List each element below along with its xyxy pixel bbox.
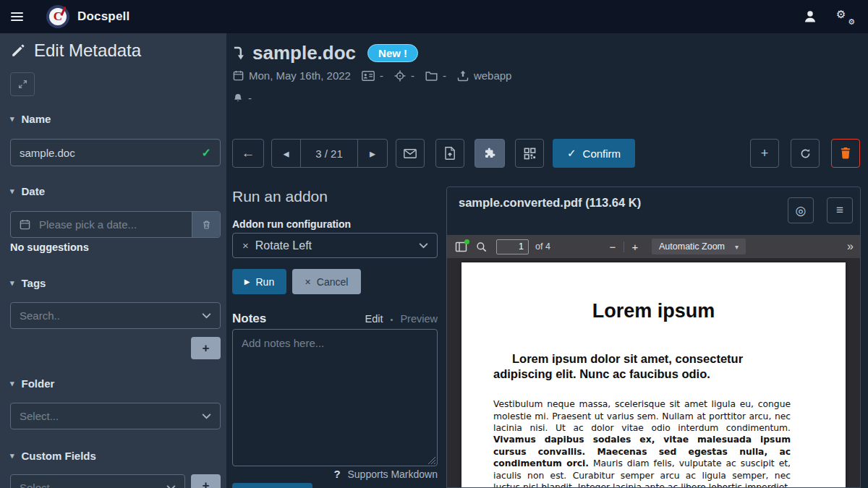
chevron-down-icon (166, 485, 176, 488)
plus-icon: + (761, 146, 769, 161)
qr-code-button[interactable] (515, 139, 544, 168)
calendar-icon (11, 219, 30, 230)
item-title: sample.doc (252, 42, 356, 64)
add-tag-button[interactable]: + (191, 337, 221, 359)
date-suggestions-hint: No suggestions (10, 241, 89, 253)
item-source: webapp (457, 69, 512, 82)
section-date-header[interactable]: ▾ Date (10, 185, 45, 197)
menu-hamburger-icon[interactable] (0, 0, 33, 33)
tags-dropdown[interactable]: Search.. (10, 302, 221, 329)
top-navbar: C Docspell ⚙⚙ (0, 0, 868, 33)
pdfjs-toolbar: of 4 − + Automatic Zoom ▾ » (447, 235, 860, 258)
crosshair-icon (394, 70, 406, 82)
user-icon[interactable] (803, 9, 817, 24)
delete-button[interactable] (831, 139, 860, 168)
trash-icon (841, 147, 851, 159)
valid-check-icon: ✓ (202, 146, 220, 160)
chevron-down-icon (202, 414, 211, 419)
edit-metadata-sidebar: Edit Metadata ▾ Name ✓ ▾ Date No suggest… (0, 33, 226, 488)
custom-field-dropdown[interactable]: Select... (10, 474, 185, 488)
prev-item-button[interactable]: ◂ (272, 140, 300, 167)
section-tags-header[interactable]: ▾ Tags (10, 277, 46, 289)
reload-button[interactable] (791, 139, 820, 168)
pdf-page: Lorem ipsum Lorem ipsum dolor sit amet, … (461, 262, 846, 488)
zoom-in-button[interactable]: + (626, 241, 644, 253)
item-correspondent: - (362, 69, 383, 82)
notification-dot (464, 239, 469, 244)
markdown-help-icon[interactable]: ? (333, 468, 340, 480)
app-title: Docspell (77, 9, 129, 24)
addon-config-dropdown[interactable]: × Rotate Left (232, 233, 438, 258)
zoom-out-button[interactable]: − (603, 241, 622, 253)
run-addon-button[interactable]: ▶ Run (232, 269, 286, 294)
item-concerning: - (394, 69, 414, 82)
section-custom-fields-header[interactable]: ▾ Custom Fields (10, 450, 96, 462)
upload-icon (457, 70, 469, 82)
addon-config-label: Addon run configuration (232, 218, 351, 230)
notes-preview-tab[interactable]: Preview (400, 313, 438, 325)
item-date: Mon, May 16th, 2022 (233, 69, 351, 82)
date-field (10, 211, 221, 238)
dot-separator: • (391, 315, 393, 324)
chevron-down-icon: ▾ (735, 243, 739, 251)
processing-gears-icon[interactable]: ⚙⚙ (836, 8, 855, 25)
add-item-button[interactable]: + (750, 139, 779, 168)
zoom-select[interactable]: Automatic Zoom ▾ (652, 239, 746, 254)
chevron-down-icon (419, 243, 428, 249)
magnifier-icon (476, 241, 487, 252)
notes-heading: Notes (232, 312, 266, 326)
sidebar-toggle-button[interactable] (455, 241, 467, 252)
expand-sidebar-button[interactable] (10, 72, 35, 96)
page-count-label: of 4 (535, 241, 550, 252)
calendar-icon (233, 70, 244, 81)
back-button[interactable]: ← (232, 139, 264, 168)
item-position-label: 3 / 21 (300, 140, 358, 167)
upload-file-button[interactable] (435, 139, 464, 168)
pdf-viewport[interactable]: Lorem ipsum Lorem ipsum dolor sit amet, … (447, 258, 860, 488)
sidebar-title: Edit Metadata (10, 40, 141, 61)
name-field: ✓ (10, 139, 221, 166)
section-folder-header[interactable]: ▾ Folder (10, 377, 54, 390)
date-input[interactable] (30, 212, 192, 237)
caret-down-icon: ▾ (10, 451, 14, 461)
address-card-icon (362, 71, 375, 81)
confirm-button[interactable]: ✓ Confirm (553, 139, 635, 168)
name-input[interactable] (11, 140, 202, 166)
eye-icon: ◎ (796, 203, 807, 218)
attachment-header: sample.converted.pdf (113.64 K) ◎ ≡ (447, 187, 860, 235)
attachment-menu-button[interactable]: ≡ (827, 197, 853, 223)
pdf-doc-title: Lorem ipsum (461, 300, 846, 322)
qr-code-icon (524, 147, 536, 160)
folder-icon (425, 70, 438, 81)
item-folder: - (425, 69, 446, 82)
mail-button[interactable] (396, 139, 425, 168)
next-item-button[interactable]: ▸ (358, 140, 387, 167)
menu-bars-icon: ≡ (836, 203, 843, 218)
arrow-left-icon: ← (242, 145, 255, 161)
envelope-icon (404, 149, 417, 158)
section-name-header[interactable]: ▾ Name (10, 113, 51, 125)
zoom-select-value: Automatic Zoom (659, 241, 725, 252)
check-icon: ✓ (567, 147, 576, 160)
notes-textarea[interactable] (232, 329, 438, 466)
attachment-filename: sample.converted.pdf (113.64 K) (459, 195, 647, 211)
page-number-input[interactable] (496, 239, 529, 254)
cancel-addon-button[interactable]: × Cancel (292, 269, 361, 294)
caret-down-icon: ▾ (10, 278, 14, 288)
notes-edit-tab[interactable]: Edit (365, 313, 383, 325)
preview-eye-button[interactable]: ◎ (788, 197, 814, 223)
caret-down-icon: ▾ (10, 187, 14, 196)
trash-outline-icon (202, 220, 211, 230)
folder-dropdown[interactable]: Select... (10, 403, 221, 429)
page-nav-group: ◂ 3 / 21 ▸ (271, 139, 388, 168)
add-custom-field-button[interactable]: + (191, 474, 221, 488)
save-notes-button-partial[interactable] (232, 483, 312, 488)
addons-button[interactable] (475, 139, 505, 168)
toolbar-divider (624, 241, 624, 252)
toolbar-overflow-button[interactable]: » (847, 240, 853, 253)
clear-date-button[interactable] (192, 212, 220, 237)
find-button[interactable] (476, 241, 487, 252)
docspell-logo[interactable]: C (46, 5, 69, 28)
clear-selection-icon[interactable]: × (233, 239, 255, 252)
markdown-hint[interactable]: Supports Markdown (347, 468, 438, 480)
